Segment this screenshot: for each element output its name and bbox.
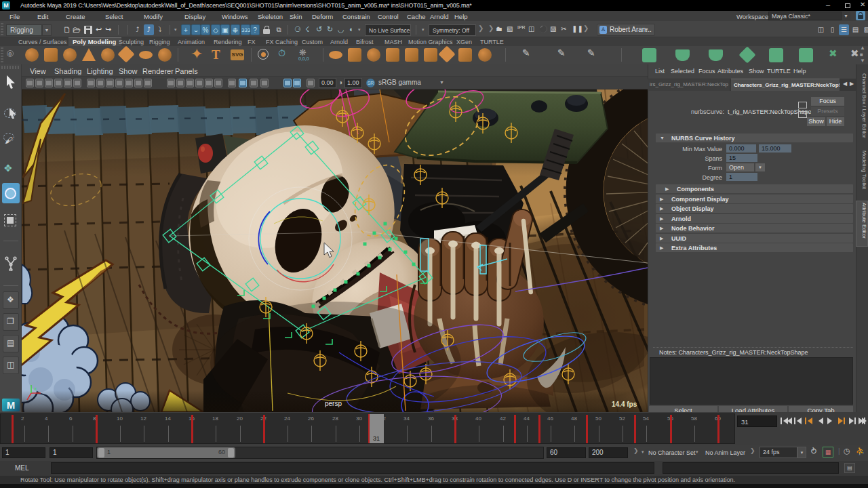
- svg-text:persp: persp: [325, 400, 342, 407]
- svg-text:14.4 fps: 14.4 fps: [612, 401, 637, 408]
- svg-text:x: x: [34, 386, 37, 392]
